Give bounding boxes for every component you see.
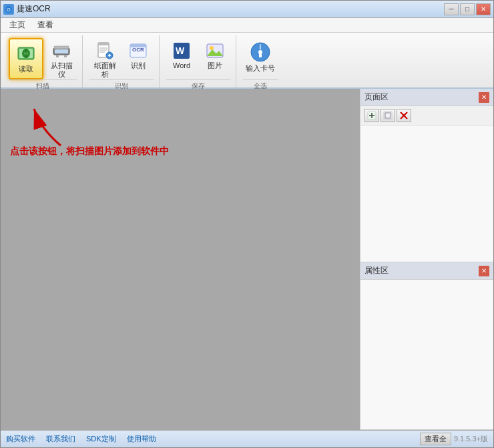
svg-text:i: i [260, 43, 262, 51]
page-parse-label: 纸面解析 [91, 61, 118, 79]
page-section-title: 页面区 [364, 91, 389, 103]
main-window: O 捷速OCR ─ □ ✕ 主页 查看 [0, 0, 494, 448]
attr-section-close[interactable]: ✕ [479, 266, 489, 276]
menu-item-view[interactable]: 查看 [31, 17, 59, 33]
from-scanner-button[interactable]: 从扫描仪 [46, 38, 77, 79]
page-section-content [360, 126, 493, 262]
svg-rect-8 [54, 46, 69, 49]
input-card-button[interactable]: i 输入卡号 [243, 38, 278, 79]
attr-section: 属性区 ✕ [360, 262, 493, 430]
ocr-button[interactable]: OCR 识别 [123, 38, 154, 79]
status-bar-right: 查看全 9.1.5.3+版 [420, 433, 488, 445]
page-section: 页面区 ✕ [360, 89, 493, 262]
page-delete-btn[interactable] [397, 109, 411, 122]
svg-point-25 [210, 46, 214, 50]
ribbon-group-recognize: 纸面解析 OCR 识别 识别 [84, 35, 160, 87]
svg-text:W: W [176, 45, 185, 56]
word-label: Word [173, 61, 190, 70]
word-icon: W [172, 41, 191, 60]
main-area: 点击该按钮，将扫描图片添加到软件中 页面区 ✕ [1, 89, 493, 430]
read-button[interactable]: 读取 [9, 38, 43, 79]
ribbon-group-save: W Word 图 [161, 35, 236, 87]
page-view-btn[interactable] [381, 109, 395, 122]
right-panel: 页面区 ✕ [360, 89, 493, 430]
read-icon [15, 42, 37, 63]
input-card-label: 输入卡号 [246, 64, 275, 73]
svg-text:OCR: OCR [132, 47, 144, 53]
close-button[interactable]: ✕ [476, 3, 491, 15]
scanner-icon [52, 41, 71, 60]
content-area: 点击该按钮，将扫描图片添加到软件中 [1, 89, 360, 430]
page-toolbar [360, 106, 493, 126]
contact-us-link[interactable]: 联系我们 [46, 434, 75, 444]
svg-rect-30 [259, 53, 262, 57]
app-icon: O [3, 4, 14, 15]
ocr-icon: OCR [129, 41, 148, 60]
minimize-button[interactable]: ─ [444, 3, 459, 15]
ribbon-group-select-all: i 输入卡号 全选 [238, 35, 283, 87]
status-bar: 购买软件 联系我们 SDK定制 使用帮助 查看全 9.1.5.3+版 [1, 430, 493, 447]
view-all-button[interactable]: 查看全 [420, 433, 451, 445]
read-label: 读取 [19, 65, 33, 73]
from-scanner-label: 从扫描仪 [48, 61, 75, 79]
maximize-button[interactable]: □ [460, 3, 475, 15]
svg-rect-12 [98, 43, 109, 45]
sdk-custom-link[interactable]: SDK定制 [86, 434, 116, 444]
input-card-icon: i [250, 41, 271, 63]
svg-rect-9 [56, 55, 59, 57]
window-title: 捷速OCR [17, 3, 51, 15]
ribbon: 读取 从扫描仪 [1, 33, 493, 89]
ribbon-group-scan: 读取 从扫描仪 [3, 35, 83, 87]
menu-bar: 主页 查看 [1, 18, 493, 33]
page-parse-icon [95, 41, 114, 60]
menu-item-home[interactable]: 主页 [3, 17, 31, 33]
page-section-header: 页面区 ✕ [360, 89, 493, 106]
page-parse-button[interactable]: 纸面解析 [89, 38, 120, 79]
attr-section-content [360, 280, 493, 429]
attr-section-header: 属性区 ✕ [360, 262, 493, 280]
ocr-label: 识别 [131, 61, 146, 70]
svg-text:O: O [7, 7, 11, 12]
help-link[interactable]: 使用帮助 [127, 434, 156, 444]
svg-rect-21 [130, 44, 146, 47]
page-add-btn[interactable] [364, 109, 379, 122]
buy-software-link[interactable]: 购买软件 [6, 434, 35, 444]
image-label: 图片 [208, 61, 222, 70]
image-icon [206, 41, 224, 60]
page-section-close[interactable]: ✕ [479, 92, 489, 103]
hint-text: 点击该按钮，将扫描图片添加到软件中 [10, 146, 169, 158]
image-button[interactable]: 图片 [200, 38, 230, 79]
svg-rect-7 [55, 49, 68, 53]
title-bar: O 捷速OCR ─ □ ✕ [1, 1, 493, 18]
status-bar-links: 购买软件 联系我们 SDK定制 使用帮助 [6, 434, 156, 444]
word-button[interactable]: W Word [166, 38, 197, 79]
attr-section-title: 属性区 [364, 265, 389, 276]
version-text: 9.1.5.3+版 [454, 434, 488, 444]
svg-rect-10 [64, 55, 67, 57]
